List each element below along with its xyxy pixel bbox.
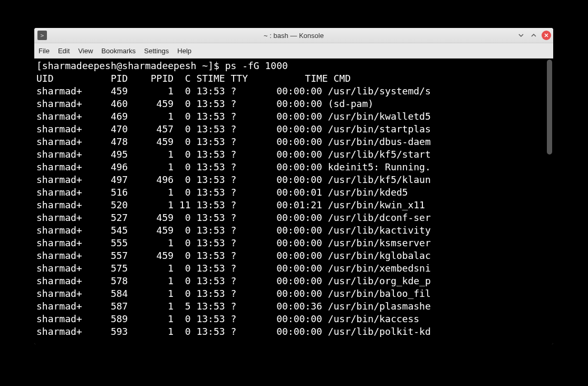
ps-row: sharmad+ 584 1 0 13:53 ? 00:00:00 /usr/b… <box>36 287 551 300</box>
menu-help[interactable]: Help <box>177 47 191 55</box>
ps-row: sharmad+ 578 1 0 13:53 ? 00:00:00 /usr/l… <box>36 275 551 287</box>
prompt-line: [sharmadeepesh@sharmadeepesh ~]$ ps -fG … <box>36 60 551 72</box>
ps-header: UID PID PPID C STIME TTY TIME CMD <box>36 72 551 85</box>
ps-row: sharmad+ 470 457 0 13:53 ? 00:00:00 /usr… <box>36 123 551 136</box>
menu-file[interactable]: File <box>38 47 50 55</box>
ps-row: sharmad+ 496 1 0 13:53 ? 00:00:00 kdeini… <box>36 161 551 173</box>
minimize-button[interactable] <box>516 31 526 40</box>
menubar: File Edit View Bookmarks Settings Help <box>34 43 553 59</box>
ps-row: sharmad+ 555 1 0 13:53 ? 00:00:00 /usr/b… <box>36 237 551 249</box>
ps-row: sharmad+ 497 496 0 13:53 ? 00:00:00 /usr… <box>36 173 551 186</box>
ps-row: sharmad+ 460 459 0 13:53 ? 00:00:00 (sd-… <box>36 98 551 110</box>
ps-row: sharmad+ 587 1 5 13:53 ? 00:00:36 /usr/b… <box>36 300 551 313</box>
terminal-area[interactable]: [sharmadeepesh@sharmadeepesh ~]$ ps -fG … <box>34 59 553 344</box>
titlebar[interactable]: > ~ : bash — Konsole <box>34 28 553 43</box>
ps-row: sharmad+ 575 1 0 13:53 ? 00:00:00 /usr/b… <box>36 262 551 275</box>
menu-view[interactable]: View <box>78 47 93 55</box>
close-button[interactable] <box>542 31 551 40</box>
menu-bookmarks[interactable]: Bookmarks <box>101 47 136 55</box>
ps-row: sharmad+ 459 1 0 13:53 ? 00:00:00 /usr/l… <box>36 85 551 98</box>
ps-row: sharmad+ 589 1 0 13:53 ? 00:00:00 /usr/b… <box>36 313 551 325</box>
menu-edit[interactable]: Edit <box>58 47 70 55</box>
ps-row: sharmad+ 545 459 0 13:53 ? 00:00:00 /usr… <box>36 224 551 237</box>
ps-row: sharmad+ 516 1 0 13:53 ? 00:00:01 /usr/b… <box>36 186 551 199</box>
ps-row: sharmad+ 520 1 11 13:53 ? 00:01:21 /usr/… <box>36 199 551 211</box>
ps-row: sharmad+ 495 1 0 13:53 ? 00:00:00 /usr/l… <box>36 148 551 161</box>
terminal-output[interactable]: [sharmadeepesh@sharmadeepesh ~]$ ps -fG … <box>34 59 553 344</box>
konsole-window: > ~ : bash — Konsole File Edit View Book… <box>34 28 553 344</box>
ps-row: sharmad+ 557 459 0 13:53 ? 00:00:00 /usr… <box>36 249 551 262</box>
window-title: ~ : bash — Konsole <box>34 32 553 40</box>
ps-row: sharmad+ 469 1 0 13:53 ? 00:00:00 /usr/b… <box>36 110 551 123</box>
ps-row: sharmad+ 478 459 0 13:53 ? 00:00:00 /usr… <box>36 136 551 148</box>
konsole-app-icon: > <box>37 31 47 40</box>
window-controls <box>516 28 551 43</box>
menu-settings[interactable]: Settings <box>144 47 169 55</box>
scrollbar-thumb[interactable] <box>547 60 552 155</box>
maximize-button[interactable] <box>529 31 538 40</box>
ps-row: sharmad+ 593 1 0 13:53 ? 00:00:00 /usr/l… <box>36 325 551 338</box>
ps-row: sharmad+ 527 459 0 13:53 ? 00:00:00 /usr… <box>36 211 551 224</box>
